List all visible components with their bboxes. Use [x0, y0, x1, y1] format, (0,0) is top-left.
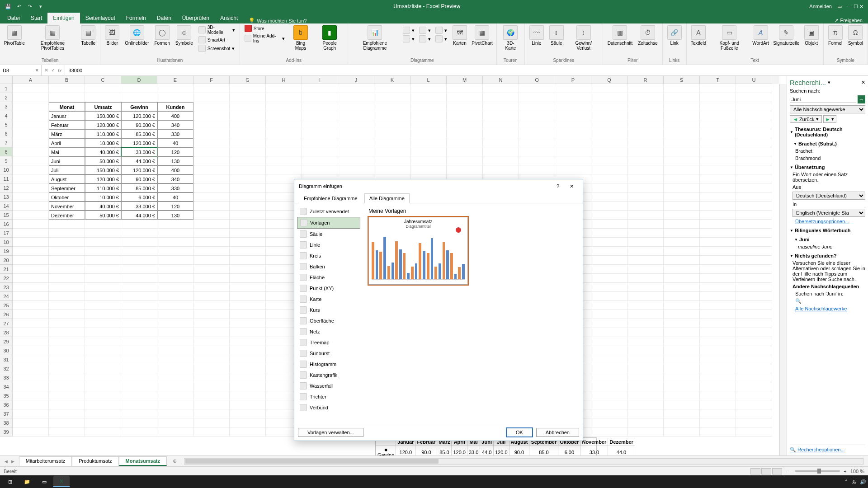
column-chart-button[interactable]: ▾: [401, 26, 416, 34]
bilingual-section[interactable]: ▼Bilinguales Wörterbuch: [790, 228, 865, 233]
thesaurus-section[interactable]: ▼Thesaurus: Deutsch (Deutschland): [790, 127, 865, 137]
chart-category-punkt-xy-[interactable]: Punkt (XY): [297, 283, 360, 294]
pivot-table-button[interactable]: ▦PivotTable: [3, 24, 26, 47]
tray-network-icon[interactable]: 🖧: [851, 479, 856, 484]
add-sheet-button[interactable]: ⊕: [170, 458, 179, 464]
normal-view-button[interactable]: [750, 468, 760, 474]
slicer-button[interactable]: ▥Datenschnitt: [606, 24, 635, 47]
tray-up-icon[interactable]: ˄: [845, 479, 848, 485]
column-headers[interactable]: ABCDEFGHIJKLMNOPQRSTU: [13, 76, 779, 84]
dialog-cancel-button[interactable]: Abbrechen: [536, 428, 579, 437]
chart-category-vorlagen[interactable]: Vorlagen: [297, 217, 360, 229]
not-found-section[interactable]: ▼Nichts gefunden?: [790, 253, 865, 258]
ribbon-tab-datei[interactable]: Datei: [2, 13, 25, 23]
research-go-icon[interactable]: →: [858, 95, 865, 103]
chart-category-verbund[interactable]: Verbund: [297, 402, 360, 413]
pivot-chart-button[interactable]: ▦PivotChart: [471, 24, 494, 47]
file-explorer-icon[interactable]: 📁: [19, 476, 35, 487]
brachet-heading[interactable]: ▼Brachet (Subst.): [790, 141, 865, 146]
qat-customize-icon[interactable]: ▾: [37, 3, 44, 10]
maximize-icon[interactable]: ☐: [854, 4, 858, 9]
maps-button[interactable]: 🗺Karten: [451, 24, 469, 47]
pictures-button[interactable]: 🖼Bilder: [103, 24, 121, 47]
wordart-button[interactable]: AWordArt: [751, 24, 770, 47]
undo-icon[interactable]: ↶: [15, 3, 23, 10]
dialog-close-icon[interactable]: ✕: [565, 183, 578, 189]
brachet-item-1[interactable]: Brachet: [790, 148, 865, 154]
ribbon-tab-formeln[interactable]: Formeln: [121, 13, 151, 23]
sparkline-column-button[interactable]: ⫾Säule: [547, 24, 566, 47]
research-source-select[interactable]: Alle Nachschlagewerke: [790, 105, 865, 113]
research-forward-button[interactable]: ►▾: [823, 115, 837, 123]
sheet-nav-last-icon[interactable]: ►: [10, 459, 15, 464]
recommended-pivot-button[interactable]: ▦Empfohlene PivotTables: [28, 24, 78, 52]
other-search-icon[interactable]: 🔍: [790, 298, 865, 304]
signature-button[interactable]: ✎Signaturzeile: [772, 24, 801, 47]
ribbon-tab-ansicht[interactable]: Ansicht: [215, 13, 243, 23]
pie-chart-button[interactable]: ▾: [434, 26, 449, 34]
zoom-in-icon[interactable]: +: [844, 469, 846, 474]
chart-category-kurs[interactable]: Kurs: [297, 305, 360, 315]
people-graph-button[interactable]: ▮People Graph: [315, 24, 345, 52]
link-button[interactable]: 🔗Link: [665, 24, 684, 47]
store-button[interactable]: Store: [243, 24, 287, 33]
chart-category-zuletzt-verwendet[interactable]: Zuletzt verwendet: [297, 206, 360, 217]
tray-volume-icon[interactable]: 🔊: [860, 479, 866, 485]
name-box[interactable]: D8▾: [0, 65, 42, 75]
table-button[interactable]: ▤Tabelle: [79, 24, 97, 47]
3d-map-button[interactable]: 🌍3D- Karte: [500, 24, 522, 52]
ribbon-tab-start[interactable]: Start: [25, 13, 47, 23]
cancel-formula-icon[interactable]: ✕: [44, 67, 48, 73]
translation-section[interactable]: ▼Übersetzung: [790, 164, 865, 170]
timeline-button[interactable]: ⏱Zeitachse: [636, 24, 659, 47]
pane-menu-icon[interactable]: ▾: [828, 80, 830, 85]
chart-category-kastengrafik[interactable]: Kastengrafik: [297, 370, 360, 380]
zoom-out-icon[interactable]: —: [786, 469, 791, 474]
chart-category-histogramm[interactable]: Histogramm: [297, 359, 360, 370]
line-chart-button[interactable]: ▾: [417, 26, 433, 34]
chart-category-sunburst[interactable]: Sunburst: [297, 348, 360, 359]
chart-category-fl-che[interactable]: Fläche: [297, 272, 360, 283]
minimize-icon[interactable]: —: [847, 4, 852, 9]
shapes-button[interactable]: ◯Formen: [153, 24, 172, 47]
fx-icon[interactable]: fx: [58, 68, 62, 73]
select-all-corner[interactable]: [0, 76, 13, 84]
page-layout-view-button[interactable]: [761, 468, 771, 474]
sheet-tab-produktumsatz[interactable]: Produktumsatz: [72, 456, 118, 466]
sparkline-winloss-button[interactable]: ⫾Gewinn/ Verlust: [567, 24, 600, 52]
chart-category-kreis[interactable]: Kreis: [297, 250, 360, 261]
tell-me[interactable]: 💡 Was möchten Sie tun?: [249, 18, 307, 23]
screenshot-button[interactable]: Screenshot ▾: [197, 44, 237, 52]
symbol-button[interactable]: ΩSymbol: [846, 24, 865, 47]
ribbon-tab-daten[interactable]: Daten: [151, 13, 177, 23]
translation-options-link[interactable]: Übersetzungsoptionen...: [790, 219, 865, 224]
share-button[interactable]: ↗ Freigeben: [835, 18, 863, 23]
sheet-tab-mitarbeiterumsatz[interactable]: Mitarbeiterumsatz: [19, 456, 72, 466]
chart-category-trichter[interactable]: Trichter: [297, 391, 360, 402]
zoom-slider[interactable]: [795, 470, 840, 472]
ribbon-tab-einfügen[interactable]: Einfügen: [47, 13, 80, 23]
enter-formula-icon[interactable]: ✓: [51, 67, 55, 73]
smartart-button[interactable]: SmartArt: [197, 36, 237, 44]
page-break-view-button[interactable]: [772, 468, 782, 474]
chart-category-karte[interactable]: Karte: [297, 294, 360, 305]
research-options-link[interactable]: 🔍 Rechercheoptionen...: [790, 445, 865, 453]
chart-category-s-ule[interactable]: Säule: [297, 229, 360, 239]
sheet-tab-monatsumsatz[interactable]: Monatsumsatz: [119, 456, 167, 466]
research-back-button[interactable]: ◄Zurück▾: [790, 115, 822, 123]
research-search-input[interactable]: [790, 96, 856, 103]
vertical-scrollbar[interactable]: [779, 84, 787, 455]
sign-in-link[interactable]: Anmelden: [809, 4, 832, 9]
pane-close-icon[interactable]: ✕: [861, 80, 865, 85]
brachet-item-2[interactable]: Brachmond: [790, 155, 865, 161]
chart-category-balken[interactable]: Balken: [297, 261, 360, 272]
area-chart-button[interactable]: ▾: [417, 35, 433, 43]
ribbon-tab-seitenlayout[interactable]: Seitenlayout: [80, 13, 121, 23]
dialog-ok-button[interactable]: OK: [506, 428, 533, 437]
manage-templates-button[interactable]: Vorlagen verwalten...: [298, 428, 363, 437]
chart-category-treemap[interactable]: Treemap: [297, 337, 360, 348]
bar-chart-button[interactable]: ▾: [401, 35, 416, 43]
chart-category-wasserfall[interactable]: Wasserfall: [297, 380, 360, 391]
excel-taskbar-icon[interactable]: X: [53, 476, 70, 487]
ribbon-display-icon[interactable]: ▭: [837, 4, 842, 9]
